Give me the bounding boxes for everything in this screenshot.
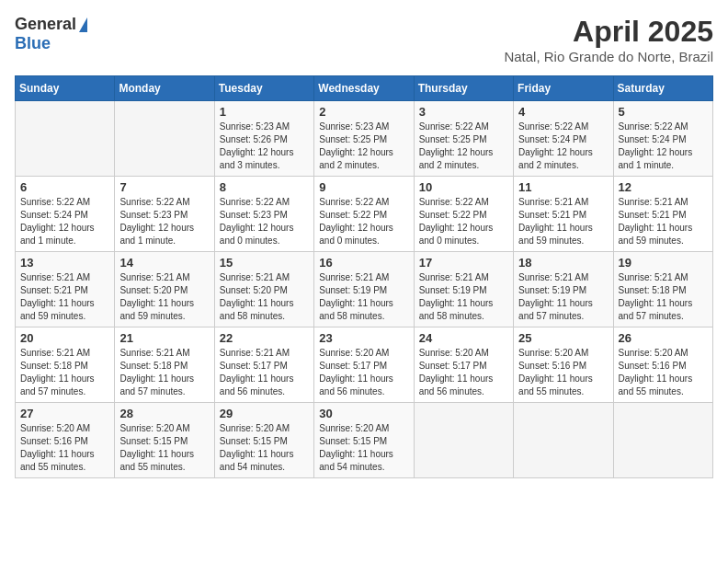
- calendar-cell: 25Sunrise: 5:20 AM Sunset: 5:16 PM Dayli…: [514, 327, 613, 403]
- calendar-weekday-sunday: Sunday: [16, 76, 115, 101]
- calendar-cell: 10Sunrise: 5:22 AM Sunset: 5:22 PM Dayli…: [414, 177, 513, 252]
- calendar-cell: 8Sunrise: 5:22 AM Sunset: 5:23 PM Daylig…: [214, 177, 313, 252]
- calendar-cell: 12Sunrise: 5:21 AM Sunset: 5:21 PM Dayli…: [613, 177, 712, 252]
- day-number: 15: [220, 256, 309, 270]
- day-info: Sunrise: 5:21 AM Sunset: 5:17 PM Dayligh…: [220, 347, 309, 398]
- day-number: 26: [619, 331, 708, 345]
- header: General Blue April 2025 Natal, Rio Grand…: [15, 15, 713, 64]
- logo-blue-text: Blue: [15, 34, 51, 52]
- day-number: 9: [319, 180, 408, 194]
- day-info: Sunrise: 5:22 AM Sunset: 5:24 PM Dayligh…: [20, 196, 109, 247]
- calendar-cell: 7Sunrise: 5:22 AM Sunset: 5:23 PM Daylig…: [115, 177, 214, 252]
- day-number: 4: [518, 105, 608, 119]
- calendar-cell: 15Sunrise: 5:21 AM Sunset: 5:20 PM Dayli…: [214, 252, 313, 327]
- day-info: Sunrise: 5:23 AM Sunset: 5:25 PM Dayligh…: [319, 121, 408, 172]
- calendar-cell: [613, 403, 712, 478]
- calendar-week-row: 6Sunrise: 5:22 AM Sunset: 5:24 PM Daylig…: [16, 177, 713, 252]
- day-number: 18: [518, 256, 608, 270]
- calendar-weekday-monday: Monday: [115, 76, 214, 101]
- day-info: Sunrise: 5:22 AM Sunset: 5:23 PM Dayligh…: [119, 196, 209, 247]
- day-info: Sunrise: 5:20 AM Sunset: 5:17 PM Dayligh…: [319, 347, 408, 398]
- title-area: April 2025 Natal, Rio Grande do Norte, B…: [504, 15, 713, 64]
- day-number: 24: [419, 331, 508, 345]
- day-number: 11: [518, 180, 608, 194]
- calendar-cell: 5Sunrise: 5:22 AM Sunset: 5:24 PM Daylig…: [613, 101, 712, 177]
- calendar-cell: 19Sunrise: 5:21 AM Sunset: 5:18 PM Dayli…: [613, 252, 712, 327]
- day-info: Sunrise: 5:20 AM Sunset: 5:15 PM Dayligh…: [220, 422, 309, 474]
- calendar-weekday-thursday: Thursday: [414, 76, 513, 101]
- day-number: 29: [220, 407, 309, 420]
- day-info: Sunrise: 5:20 AM Sunset: 5:15 PM Dayligh…: [319, 422, 408, 474]
- day-number: 13: [20, 256, 109, 270]
- day-number: 17: [419, 256, 508, 270]
- calendar-cell: [514, 403, 613, 478]
- calendar-week-row: 13Sunrise: 5:21 AM Sunset: 5:21 PM Dayli…: [16, 252, 713, 327]
- day-info: Sunrise: 5:20 AM Sunset: 5:16 PM Dayligh…: [518, 347, 608, 398]
- calendar-weekday-tuesday: Tuesday: [214, 76, 313, 101]
- calendar-cell: 17Sunrise: 5:21 AM Sunset: 5:19 PM Dayli…: [414, 252, 513, 327]
- day-number: 25: [518, 331, 608, 345]
- calendar-header-row: SundayMondayTuesdayWednesdayThursdayFrid…: [16, 76, 713, 101]
- day-number: 12: [619, 180, 708, 194]
- day-number: 22: [220, 331, 309, 345]
- calendar-cell: 9Sunrise: 5:22 AM Sunset: 5:22 PM Daylig…: [314, 177, 414, 252]
- day-info: Sunrise: 5:21 AM Sunset: 5:21 PM Dayligh…: [20, 271, 109, 323]
- day-info: Sunrise: 5:21 AM Sunset: 5:18 PM Dayligh…: [20, 347, 109, 398]
- calendar-cell: 18Sunrise: 5:21 AM Sunset: 5:19 PM Dayli…: [514, 252, 613, 327]
- day-number: 14: [119, 256, 209, 270]
- day-number: 8: [220, 180, 309, 194]
- day-number: 1: [220, 105, 309, 119]
- day-number: 6: [20, 180, 109, 194]
- calendar-week-row: 27Sunrise: 5:20 AM Sunset: 5:16 PM Dayli…: [16, 403, 713, 478]
- day-info: Sunrise: 5:21 AM Sunset: 5:21 PM Dayligh…: [518, 196, 608, 247]
- day-info: Sunrise: 5:22 AM Sunset: 5:22 PM Dayligh…: [419, 196, 508, 247]
- day-info: Sunrise: 5:22 AM Sunset: 5:25 PM Dayligh…: [419, 121, 508, 172]
- day-info: Sunrise: 5:22 AM Sunset: 5:23 PM Dayligh…: [220, 196, 309, 247]
- calendar-cell: 27Sunrise: 5:20 AM Sunset: 5:16 PM Dayli…: [16, 403, 115, 478]
- day-info: Sunrise: 5:21 AM Sunset: 5:18 PM Dayligh…: [619, 271, 708, 323]
- day-info: Sunrise: 5:20 AM Sunset: 5:16 PM Dayligh…: [20, 422, 109, 474]
- calendar-cell: 14Sunrise: 5:21 AM Sunset: 5:20 PM Dayli…: [115, 252, 214, 327]
- calendar-cell: 16Sunrise: 5:21 AM Sunset: 5:19 PM Dayli…: [314, 252, 414, 327]
- calendar-cell: 21Sunrise: 5:21 AM Sunset: 5:18 PM Dayli…: [115, 327, 214, 403]
- calendar-cell: 4Sunrise: 5:22 AM Sunset: 5:24 PM Daylig…: [514, 101, 613, 177]
- day-number: 7: [119, 180, 209, 194]
- day-info: Sunrise: 5:20 AM Sunset: 5:15 PM Dayligh…: [119, 422, 209, 474]
- day-number: 2: [319, 105, 408, 119]
- day-number: 16: [319, 256, 408, 270]
- day-number: 5: [619, 105, 708, 119]
- calendar-week-row: 1Sunrise: 5:23 AM Sunset: 5:26 PM Daylig…: [16, 101, 713, 177]
- calendar-weekday-friday: Friday: [514, 76, 613, 101]
- calendar-cell: 11Sunrise: 5:21 AM Sunset: 5:21 PM Dayli…: [514, 177, 613, 252]
- day-number: 20: [20, 331, 109, 345]
- logo-arrow-icon: [79, 17, 87, 32]
- day-info: Sunrise: 5:20 AM Sunset: 5:17 PM Dayligh…: [419, 347, 508, 398]
- calendar-cell: 30Sunrise: 5:20 AM Sunset: 5:15 PM Dayli…: [314, 403, 414, 478]
- calendar-table: SundayMondayTuesdayWednesdayThursdayFrid…: [15, 75, 713, 478]
- calendar-cell: 28Sunrise: 5:20 AM Sunset: 5:15 PM Dayli…: [115, 403, 214, 478]
- day-number: 19: [619, 256, 708, 270]
- day-info: Sunrise: 5:21 AM Sunset: 5:20 PM Dayligh…: [220, 271, 309, 323]
- calendar-cell: 6Sunrise: 5:22 AM Sunset: 5:24 PM Daylig…: [16, 177, 115, 252]
- calendar-cell: 24Sunrise: 5:20 AM Sunset: 5:17 PM Dayli…: [414, 327, 513, 403]
- logo: General Blue: [15, 15, 87, 53]
- logo-general-text: General: [15, 15, 76, 34]
- day-number: 30: [319, 407, 408, 420]
- day-number: 3: [419, 105, 508, 119]
- calendar-weekday-saturday: Saturday: [613, 76, 712, 101]
- calendar-cell: 2Sunrise: 5:23 AM Sunset: 5:25 PM Daylig…: [314, 101, 414, 177]
- calendar-cell: 3Sunrise: 5:22 AM Sunset: 5:25 PM Daylig…: [414, 101, 513, 177]
- day-number: 27: [20, 407, 109, 420]
- day-number: 23: [319, 331, 408, 345]
- calendar-cell: 26Sunrise: 5:20 AM Sunset: 5:16 PM Dayli…: [613, 327, 712, 403]
- calendar-week-row: 20Sunrise: 5:21 AM Sunset: 5:18 PM Dayli…: [16, 327, 713, 403]
- day-info: Sunrise: 5:22 AM Sunset: 5:22 PM Dayligh…: [319, 196, 408, 247]
- day-number: 21: [119, 331, 209, 345]
- day-info: Sunrise: 5:21 AM Sunset: 5:19 PM Dayligh…: [319, 271, 408, 323]
- day-info: Sunrise: 5:23 AM Sunset: 5:26 PM Dayligh…: [220, 121, 309, 172]
- day-info: Sunrise: 5:21 AM Sunset: 5:19 PM Dayligh…: [518, 271, 608, 323]
- calendar-weekday-wednesday: Wednesday: [314, 76, 414, 101]
- calendar-cell: [16, 101, 115, 177]
- day-info: Sunrise: 5:22 AM Sunset: 5:24 PM Dayligh…: [518, 121, 608, 172]
- day-info: Sunrise: 5:21 AM Sunset: 5:21 PM Dayligh…: [619, 196, 708, 247]
